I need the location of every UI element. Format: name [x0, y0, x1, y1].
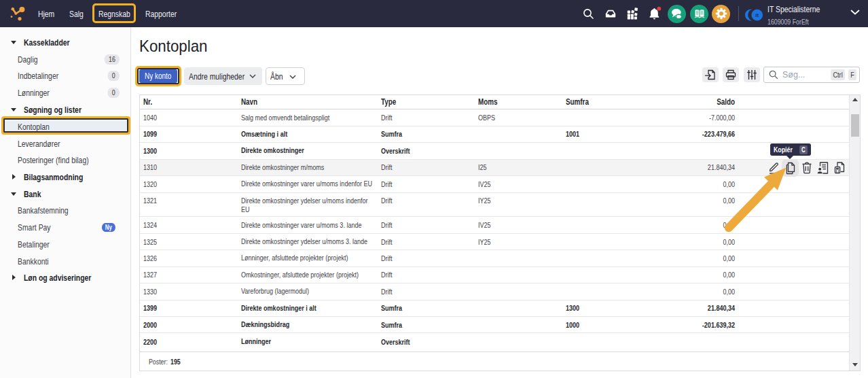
expand-triangle-icon [12, 275, 16, 280]
sidebar-section-lon[interactable]: Løn og adviseringer [0, 269, 131, 286]
cell-navn: Direkte omkostninger ydelser u/moms 3. l… [241, 237, 356, 246]
cell-nr: 1310 [143, 163, 223, 171]
cell-type: Drift [381, 288, 460, 296]
cell-saldo: 0,00 [668, 271, 735, 279]
postings-button[interactable] [815, 159, 831, 177]
cell-nr: 1321 [143, 193, 223, 205]
sidebar-item-kontoplan[interactable]: Kontoplan [0, 118, 131, 135]
sidebar-item-lonninger[interactable]: Lønninger 0 [0, 84, 131, 101]
item-label: Bankafstemning [18, 205, 69, 216]
cell-nr: 1330 [143, 288, 223, 296]
sidebar-item-leverandorer[interactable]: Leverandører [0, 135, 131, 152]
cell-nr: 1399 [143, 304, 223, 312]
cell-saldo: 0,00 [668, 193, 735, 205]
table-row-1321[interactable]: 1321Direkte omkostninger ydelser u/moms … [140, 193, 849, 218]
cell-nr: 1326 [143, 254, 223, 262]
settings-gear-icon[interactable] [712, 0, 730, 27]
table-scrollbar[interactable] [849, 95, 860, 371]
budget-button[interactable] [831, 159, 848, 177]
sidebar-section-sogning[interactable]: Søgning og lister [0, 101, 131, 118]
account-chevron-down-icon[interactable] [850, 0, 861, 26]
cell-navn: Direkte omkostninger varer u/moms indenf… [241, 179, 356, 188]
table-row-1320[interactable]: 1320Direkte omkostninger varer u/moms in… [140, 176, 849, 192]
cell-type: Drift [381, 238, 460, 246]
topbar-divider [738, 6, 739, 21]
sidebar-item-indbetalinger[interactable]: Indbetalinger 0 [0, 67, 131, 84]
cell-type: Drift [381, 163, 460, 171]
sidebar-item-betalinger[interactable]: Betalinger [0, 236, 131, 252]
scroll-up-icon[interactable] [852, 98, 858, 101]
apps-grid-icon[interactable] [626, 0, 638, 27]
item-label: Daglig [18, 54, 37, 65]
row-actions [765, 158, 856, 177]
cell-nr: 1099 [143, 130, 223, 138]
cell-type: Drift [381, 114, 460, 122]
table-row-1310[interactable]: 1310Direkte omkostninger m/momsDriftI252… [140, 160, 849, 176]
open-button[interactable]: Åbn [266, 67, 305, 85]
economic-logo-icon[interactable] [10, 0, 27, 27]
item-label: Bankkonti [18, 256, 49, 267]
col-nr[interactable]: Nr. [143, 97, 223, 107]
menu-rapporter-label: Rapporter [145, 9, 177, 19]
table-row-1330[interactable]: 1330Vareforbrug (lagermodul)Drift0,00 [140, 284, 849, 300]
sidebar-section-bank[interactable]: Bank [0, 186, 131, 202]
search-icon[interactable] [581, 0, 595, 27]
col-moms[interactable]: Moms [478, 97, 550, 107]
sidebar-section-kassekladder[interactable]: Kassekladder [0, 34, 131, 50]
sidebar-item-bankkonti[interactable]: Bankkonti [0, 253, 131, 269]
print-button[interactable] [723, 67, 739, 82]
scrollbar-thumb[interactable] [851, 114, 859, 137]
col-sumfra[interactable]: Sumfra [566, 97, 638, 107]
menu-regnskab[interactable]: Regnskab [98, 0, 139, 27]
sidebar-item-smartpay[interactable]: Smart Pay Ny [0, 219, 131, 235]
export-button[interactable] [702, 67, 719, 82]
cell-saldo: -201.639,32 [668, 321, 735, 329]
cell-nr: 1040 [143, 114, 223, 122]
section-label: Kassekladder [24, 37, 70, 48]
search-input[interactable] [782, 70, 826, 80]
search-icon [769, 70, 778, 80]
item-label: Smart Pay [18, 222, 51, 233]
help-book-icon[interactable] [690, 0, 708, 27]
col-type[interactable]: Type [381, 97, 460, 107]
new-account-button[interactable]: Ny konto [139, 69, 177, 83]
table-row-1327[interactable]: 1327Omkostninger, afsluttede projekter (… [140, 267, 849, 284]
sidebar-section-bilagsanmodning[interactable]: Bilagsanmodning [0, 169, 131, 185]
count-badge: 16 [104, 54, 120, 65]
table-row-1040[interactable]: 1040Salg med omvendt betalingspligtDrift… [140, 109, 849, 126]
col-navn[interactable]: Navn [241, 97, 356, 107]
collapse-triangle-icon [11, 108, 16, 111]
table-row-2000[interactable]: 2000DækningsbidragSumfra1000-201.639,32 [140, 317, 849, 333]
sidebar-item-posteringer[interactable]: Posteringer (find bilag) [0, 152, 131, 168]
sliders-icon [746, 69, 758, 81]
table-row-1325[interactable]: 1325Direkte omkostninger ydelser u/moms … [140, 234, 849, 250]
col-saldo[interactable]: Saldo [668, 97, 735, 107]
table-row-1326[interactable]: 1326Lønninger, afsluttede projekter (pro… [140, 250, 849, 267]
columns-settings-button[interactable] [744, 67, 760, 82]
table-row-1099[interactable]: 1099Omsætning i altSumfra1001-223.479,66 [140, 126, 849, 143]
copy-button[interactable] [782, 159, 799, 177]
cell-navn: Dækningsbidrag [241, 320, 356, 329]
inbox-icon[interactable] [605, 0, 616, 27]
sidebar-item-daglig[interactable]: Daglig 16 [0, 51, 131, 67]
menu-hjem[interactable]: Hjem [38, 0, 58, 27]
account-number: 1609009 ForEft [767, 18, 809, 27]
new-account-label: Ny konto [145, 71, 171, 81]
table-row-2200[interactable]: 2200LønningerOverskrift [140, 334, 849, 350]
trash-icon [800, 160, 814, 175]
delete-button[interactable] [799, 159, 815, 177]
table-row-1300[interactable]: 1300Direkte omkostningerOverskrift [140, 143, 849, 159]
scroll-down-icon[interactable] [852, 363, 858, 366]
account-postings-icon [816, 160, 830, 175]
menu-rapporter[interactable]: Rapporter [145, 0, 185, 27]
chat-icon[interactable] [668, 0, 686, 27]
new-badge: Ny [102, 223, 115, 232]
cell-navn: Lønninger [241, 337, 356, 346]
notifications-bell-icon[interactable] [645, 0, 663, 27]
sidebar-item-bankafstemning[interactable]: Bankafstemning [0, 202, 131, 218]
edit-button[interactable] [765, 159, 782, 177]
table-row-1324[interactable]: 1324Direkte omkostninger varer u/moms 3.… [140, 217, 849, 233]
more-options-button[interactable]: Andre muligheder [184, 67, 262, 85]
table-row-1399[interactable]: 1399Direkte omkostninger i altSumfra1300… [140, 300, 849, 317]
menu-salg[interactable]: Salg [69, 0, 87, 27]
